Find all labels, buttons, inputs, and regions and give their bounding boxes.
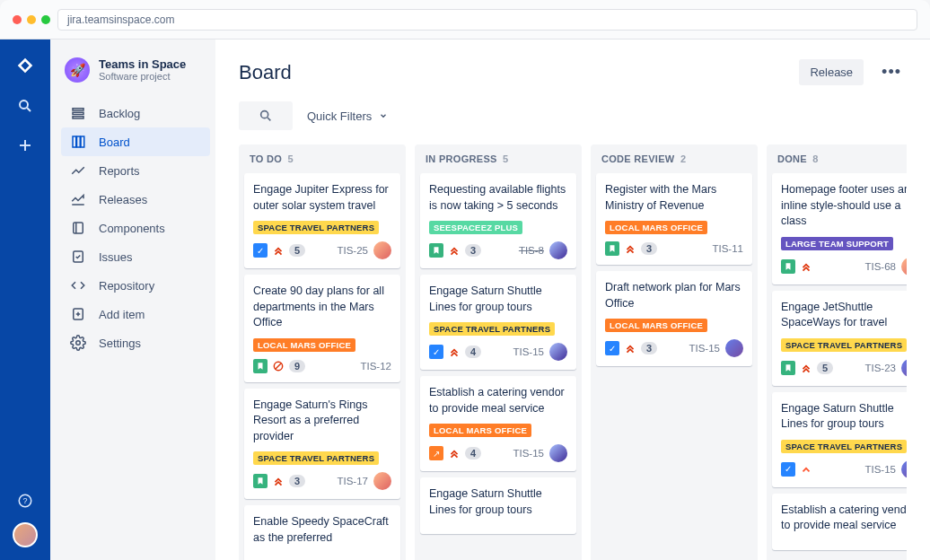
issue-card[interactable]: Establish a catering vendor to provide m… [420, 376, 576, 471]
story-points: 3 [289, 475, 305, 487]
column-count: 2 [678, 153, 687, 164]
chevron-down-icon [379, 111, 388, 120]
svg-rect-7 [73, 112, 83, 114]
search-icon[interactable] [14, 95, 36, 117]
epic-tag: SPACE TRAVEL PARTNERS [429, 322, 555, 336]
sidebar-item-add[interactable]: Add item [61, 300, 210, 328]
project-icon: 🚀 [65, 57, 90, 83]
card-title: Create 90 day plans for all departments … [253, 284, 391, 331]
user-avatar[interactable] [13, 522, 38, 547]
card-title: Engage Saturn Shuttle Lines for group to… [429, 486, 567, 518]
assignee-avatar[interactable] [549, 444, 567, 462]
assignee-avatar[interactable] [373, 241, 391, 259]
sidebar-item-settings[interactable]: Settings [61, 328, 210, 357]
page-title: Board [239, 61, 292, 84]
column-count: 8 [810, 153, 819, 164]
sidebar-item-issues[interactable]: Issues [61, 242, 210, 271]
column-in-progress: IN PROGRESS 5Requesting available flight… [415, 144, 582, 560]
issue-card[interactable]: Draft network plan for Mars OfficeLOCAL … [596, 271, 752, 366]
epic-tag: LOCAL MARS OFFICE [605, 319, 707, 332]
svg-line-1 [27, 108, 31, 111]
quick-filters-dropdown[interactable]: Quick Filters [307, 109, 388, 123]
sidebar-item-label: Settings [99, 337, 141, 350]
repository-icon [70, 277, 86, 293]
story-type-icon [605, 241, 619, 256]
priority-highest-icon [272, 244, 285, 257]
create-icon[interactable] [14, 135, 36, 156]
assignee-avatar[interactable] [901, 359, 907, 377]
assignee-avatar[interactable] [901, 258, 907, 276]
issue-card[interactable]: Establish a catering vendor to provide m… [772, 494, 907, 550]
assignee-avatar[interactable] [549, 241, 567, 259]
column-header: TO DO 5 [244, 153, 400, 173]
issue-card[interactable]: Create 90 day plans for all departments … [244, 275, 400, 382]
sidebar-item-label: Releases [99, 193, 147, 206]
issue-key: TIS-8 [519, 245, 544, 256]
issue-key: TIS-15 [513, 448, 544, 459]
board-search-input[interactable] [239, 101, 293, 130]
story-points: 3 [641, 342, 657, 354]
sidebar-item-label: Board [99, 136, 130, 149]
assignee-avatar[interactable] [549, 343, 567, 361]
minimize-window-icon[interactable] [27, 15, 36, 24]
svg-rect-10 [77, 136, 81, 147]
task-type-icon: ✓ [429, 345, 443, 359]
project-sidebar: 🚀 Teams in Space Software project Backlo… [50, 39, 215, 560]
priority-highest-icon [272, 475, 285, 487]
issue-key: TIS-15 [689, 343, 720, 354]
story-points: 9 [289, 360, 305, 372]
story-type-icon [253, 359, 268, 373]
assignee-avatar[interactable] [901, 460, 907, 478]
project-header[interactable]: 🚀 Teams in Space Software project [61, 57, 210, 83]
sidebar-item-repository[interactable]: Repository [61, 271, 210, 300]
jira-logo-icon[interactable] [14, 56, 36, 77]
story-type-icon [781, 259, 795, 274]
card-title: Homepage footer uses an inline style-sho… [781, 182, 907, 230]
story-points: 5 [817, 362, 833, 374]
issue-key: TIS-17 [337, 476, 368, 486]
more-menu-icon[interactable]: ••• [876, 63, 907, 82]
sidebar-item-components[interactable]: Components [61, 214, 210, 242]
story-points: 4 [465, 447, 481, 459]
sidebar-item-board[interactable]: Board [61, 127, 210, 156]
sidebar-item-backlog[interactable]: Backlog [61, 99, 210, 127]
sidebar-item-label: Reports [99, 164, 140, 178]
issue-card[interactable]: Engage Saturn Shuttle Lines for group to… [420, 275, 576, 370]
assignee-avatar[interactable] [373, 472, 391, 490]
issue-card[interactable]: Homepage footer uses an inline style-sho… [772, 173, 907, 284]
svg-point-0 [20, 101, 28, 109]
issue-card[interactable]: Enable Speedy SpaceCraft as the preferre… [244, 505, 400, 560]
traffic-lights [13, 15, 50, 24]
url-bar[interactable]: jira.teamsinspace.com [57, 9, 917, 31]
issue-key: TIS-23 [864, 363, 896, 373]
issue-card[interactable]: Register with the Mars Ministry of Reven… [596, 173, 752, 265]
svg-rect-9 [73, 136, 76, 147]
issue-card[interactable]: Engage Saturn Shuttle Lines for group to… [772, 392, 907, 487]
column-header: CODE REVIEW 2 [596, 153, 752, 173]
card-title: Requesting available flights is now taki… [429, 182, 567, 214]
sidebar-item-releases[interactable]: Releases [61, 185, 210, 214]
issue-card[interactable]: Engage JetShuttle SpaceWays for travelSP… [772, 291, 907, 386]
maximize-window-icon[interactable] [41, 15, 50, 24]
card-title: Engage JetShuttle SpaceWays for travel [781, 300, 907, 331]
issue-card[interactable]: Engage Jupiter Express for outer solar s… [244, 173, 400, 268]
priority-highest-icon [800, 260, 812, 273]
issue-card[interactable]: Engage Saturn's Rings Resort as a prefer… [244, 389, 400, 500]
help-icon[interactable]: ? [14, 490, 36, 512]
issue-key: TIS-68 [864, 261, 896, 272]
issue-card[interactable]: Engage Saturn Shuttle Lines for group to… [420, 477, 576, 534]
close-window-icon[interactable] [13, 15, 22, 24]
sidebar-item-label: Repository [99, 279, 154, 293]
epic-tag: SPACE TRAVEL PARTNERS [253, 451, 379, 465]
column-done: DONE 8Homepage footer uses an inline sty… [767, 144, 907, 560]
svg-point-18 [76, 341, 81, 346]
column-header: DONE 8 [772, 153, 907, 173]
issue-card[interactable]: Requesting available flights is now taki… [420, 173, 576, 268]
backlog-icon [70, 105, 86, 121]
sidebar-item-reports[interactable]: Reports [61, 156, 210, 185]
sidebar-item-label: Components [99, 222, 165, 235]
epic-tag: LOCAL MARS OFFICE [429, 424, 531, 437]
sidebar-item-label: Backlog [99, 107, 140, 120]
assignee-avatar[interactable] [725, 339, 743, 357]
release-button[interactable]: Release [799, 59, 864, 85]
